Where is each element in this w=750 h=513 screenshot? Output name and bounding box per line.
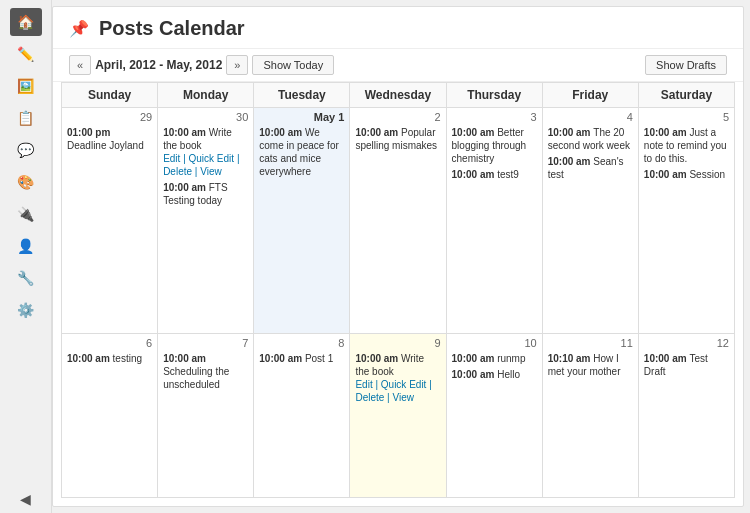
calendar-cell: 1110:10 am How I met your mother	[542, 333, 638, 497]
sidebar-pages-icon[interactable]: 📋	[10, 104, 42, 132]
sidebar-home-icon[interactable]: 🏠	[10, 8, 42, 36]
calendar-header: Tuesday	[254, 83, 350, 108]
day-number: 12	[644, 337, 729, 349]
calendar-event: 10:00 am Hello	[452, 368, 537, 381]
prev-button[interactable]: «	[69, 55, 91, 75]
event-title: Post 1	[305, 353, 333, 364]
event-time: 10:00 am	[452, 127, 498, 138]
event-time: 10:00 am	[644, 127, 690, 138]
event-time: 10:00 am	[644, 353, 690, 364]
event-time: 10:00 am	[355, 127, 401, 138]
calendar-row: 2901:00 pm Deadline Joyland3010:00 am Wr…	[62, 108, 735, 334]
calendar-cell: 610:00 am testing	[62, 333, 158, 497]
event-link[interactable]: Delete	[355, 392, 384, 403]
event-time: 10:00 am	[548, 156, 594, 167]
day-number: 9	[355, 337, 440, 349]
day-number: May 1	[259, 111, 344, 123]
calendar-cell: 210:00 am Popular spelling mismakes	[350, 108, 446, 334]
calendar-event: 10:00 am Scheduling the unscheduled	[163, 352, 248, 391]
calendar-event: 10:00 am Post 1	[259, 352, 344, 365]
calendar-event: 10:10 am How I met your mother	[548, 352, 633, 378]
calendar-event: 10:00 am Session	[644, 168, 729, 181]
event-title: test9	[497, 169, 519, 180]
day-number: 10	[452, 337, 537, 349]
event-time: 10:00 am	[259, 127, 305, 138]
event-title: Session	[689, 169, 725, 180]
calendar-header: Sunday	[62, 83, 158, 108]
calendar-event: 10:00 am testing	[67, 352, 152, 365]
event-link[interactable]: Delete	[163, 166, 192, 177]
sidebar-comments-icon[interactable]: 💬	[10, 136, 42, 164]
day-number: 7	[163, 337, 248, 349]
date-range: April, 2012 - May, 2012	[95, 58, 222, 72]
event-link[interactable]: Quick Edit	[189, 153, 235, 164]
calendar-table: SundayMondayTuesdayWednesdayThursdayFrid…	[61, 82, 735, 498]
calendar-event: 10:00 am Better blogging through chemist…	[452, 126, 537, 165]
sidebar-edit-icon[interactable]: ✏️	[10, 40, 42, 68]
sidebar-appearance-icon[interactable]: 🎨	[10, 168, 42, 196]
calendar-event: 10:00 am test9	[452, 168, 537, 181]
calendar-header: Thursday	[446, 83, 542, 108]
event-link[interactable]: View	[392, 392, 414, 403]
day-number: 29	[67, 111, 152, 123]
event-time: 10:00 am	[163, 127, 209, 138]
sidebar-users-icon[interactable]: 👤	[10, 232, 42, 260]
day-number: 3	[452, 111, 537, 123]
sidebar-collapse-icon[interactable]: ◀	[10, 485, 42, 513]
calendar-event: 01:00 pm Deadline Joyland	[67, 126, 152, 152]
sidebar-plugins-icon[interactable]: 🔌	[10, 200, 42, 228]
calendar-cell: 410:00 am The 20 second work week10:00 a…	[542, 108, 638, 334]
calendar-event: 10:00 am Write the bookEdit | Quick Edit…	[355, 352, 440, 404]
show-today-button[interactable]: Show Today	[252, 55, 334, 75]
event-title: runmp	[497, 353, 525, 364]
event-link[interactable]: Edit	[163, 153, 180, 164]
sidebar-settings-icon[interactable]: ⚙️	[10, 296, 42, 324]
calendar-row: 610:00 am testing710:00 am Scheduling th…	[62, 333, 735, 497]
page-title: Posts Calendar	[99, 17, 245, 40]
calendar-header: Monday	[158, 83, 254, 108]
next-button[interactable]: »	[226, 55, 248, 75]
day-number: 8	[259, 337, 344, 349]
day-number: 11	[548, 337, 633, 349]
calendar-header: Wednesday	[350, 83, 446, 108]
event-title: Hello	[497, 369, 520, 380]
event-link[interactable]: Quick Edit	[381, 379, 427, 390]
calendar-header: Friday	[542, 83, 638, 108]
event-link[interactable]: Edit	[355, 379, 372, 390]
show-drafts-button[interactable]: Show Drafts	[645, 55, 727, 75]
calendar-event: 10:00 am Test Draft	[644, 352, 729, 378]
calendar-event: 10:00 am The 20 second work week	[548, 126, 633, 152]
sidebar: 🏠 ✏️ 🖼️ 📋 💬 🎨 🔌 👤 🔧 ⚙️ ◀	[0, 0, 52, 513]
day-number: 2	[355, 111, 440, 123]
event-time: 01:00 pm	[67, 127, 110, 138]
event-time: 10:00 am	[452, 169, 498, 180]
nav-group: « April, 2012 - May, 2012 » Show Today	[69, 55, 334, 75]
day-number: 30	[163, 111, 248, 123]
calendar-cell: 910:00 am Write the bookEdit | Quick Edi…	[350, 333, 446, 497]
calendar-event: 10:00 am We come in peace for cats and m…	[259, 126, 344, 178]
event-link[interactable]: View	[200, 166, 222, 177]
main-content: 📌 Posts Calendar « April, 2012 - May, 20…	[52, 6, 744, 507]
pin-icon: 📌	[69, 19, 89, 38]
event-links: Edit | Quick Edit | Delete | View	[163, 152, 248, 178]
calendar-cell: 3010:00 am Write the bookEdit | Quick Ed…	[158, 108, 254, 334]
calendar-cell: 710:00 am Scheduling the unscheduled	[158, 333, 254, 497]
event-time: 10:00 am	[163, 353, 206, 364]
sidebar-media-icon[interactable]: 🖼️	[10, 72, 42, 100]
calendar-cell: May 110:00 am We come in peace for cats …	[254, 108, 350, 334]
event-time: 10:00 am	[644, 169, 690, 180]
sidebar-tools-icon[interactable]: 🔧	[10, 264, 42, 292]
event-time: 10:10 am	[548, 353, 594, 364]
calendar-event: 10:00 am runmp	[452, 352, 537, 365]
event-links: Edit | Quick Edit | Delete | View	[355, 378, 440, 404]
event-time: 10:00 am	[163, 182, 209, 193]
event-time: 10:00 am	[452, 353, 498, 364]
event-time: 10:00 am	[259, 353, 305, 364]
calendar-cell: 1210:00 am Test Draft	[638, 333, 734, 497]
calendar-cell: 1010:00 am runmp10:00 am Hello	[446, 333, 542, 497]
event-title: Scheduling the unscheduled	[163, 366, 229, 390]
calendar-event: 10:00 am Just a note to remind you to do…	[644, 126, 729, 165]
calendar-event: 10:00 am FTS Testing today	[163, 181, 248, 207]
calendar-cell: 2901:00 pm Deadline Joyland	[62, 108, 158, 334]
event-title: Deadline Joyland	[67, 140, 144, 151]
